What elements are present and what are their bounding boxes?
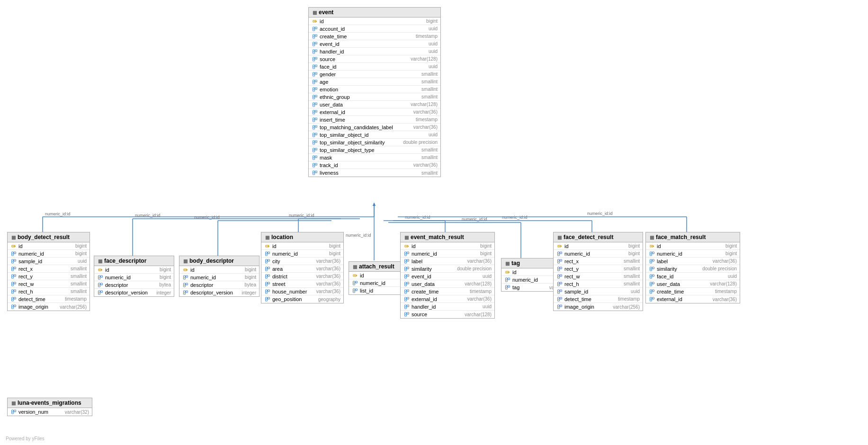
col-name: track_id: [320, 162, 410, 168]
col-name: age: [320, 79, 418, 85]
col-name: numeric_id: [18, 251, 72, 257]
pk-icon: [556, 243, 563, 249]
table-icon: ▦: [98, 258, 102, 264]
table-row: city varchar(36): [261, 258, 343, 265]
svg-point-31: [315, 20, 317, 22]
col-type: varchar(36): [316, 266, 340, 271]
fk-icon: [403, 312, 410, 317]
col-type: geography: [318, 297, 340, 302]
pk-icon: [264, 243, 271, 249]
col-type: bigint: [329, 243, 340, 249]
col-type: varchar(128): [465, 281, 492, 286]
table-row: geo_position geography: [261, 295, 343, 303]
table-row: image_origin varchar(256): [8, 303, 89, 311]
table-body-detect-result[interactable]: ▦ body_detect_result id bigint numeric_i…: [7, 232, 90, 311]
col-type: bigint: [75, 251, 87, 256]
fk-icon: [10, 266, 17, 272]
col-name: event_id: [412, 274, 479, 279]
table-title: location: [271, 234, 293, 240]
col-type: bytea: [245, 282, 256, 287]
col-name: numeric_id: [657, 251, 722, 257]
col-type: bigint: [725, 251, 737, 256]
col-type: bigint: [329, 251, 340, 256]
col-name: detect_time: [18, 296, 61, 302]
svg-text:numeric_id:id: numeric_id:id: [462, 217, 487, 222]
table-row: area varchar(36): [261, 265, 343, 273]
col-type: smallint: [71, 266, 87, 271]
table-row: external_id varchar(36): [309, 108, 440, 116]
fk-icon: [97, 275, 104, 280]
col-type: varchar(36): [467, 258, 492, 264]
col-name: similarity: [657, 266, 698, 272]
table-event[interactable]: ▦ event id bigint account_id uuid create…: [308, 7, 441, 177]
table-body-detect-result-header: ▦ body_detect_result: [8, 232, 89, 242]
table-face-match-result[interactable]: ▦ face_match_result id bigint numeric_id…: [645, 232, 740, 303]
col-name: top_similar_object_type: [320, 147, 418, 153]
col-type: bigint: [160, 267, 171, 272]
table-event-match-result-header: ▦ event_match_result: [401, 232, 494, 242]
pk-icon: [10, 243, 17, 249]
col-type: timestamp: [416, 34, 438, 39]
fk-icon: [403, 251, 410, 257]
fk-icon: [312, 140, 318, 145]
pk-icon: [403, 243, 410, 249]
col-type: timestamp: [618, 296, 640, 302]
col-type: varchar(36): [467, 296, 492, 302]
col-name: insert_time: [320, 117, 412, 123]
col-name: event_id: [320, 41, 425, 47]
table-row: top_matching_candidates_label varchar(36…: [309, 124, 440, 131]
col-type: varchar(36): [316, 258, 340, 264]
table-row: create_time timestamp: [309, 33, 440, 40]
col-name: label: [412, 258, 464, 264]
table-face-detect-result[interactable]: ▦ face_detect_result id bigint numeric_i…: [553, 232, 643, 311]
col-type: uuid: [429, 26, 438, 31]
col-type: bigint: [628, 251, 640, 256]
fk-icon: [504, 277, 511, 283]
table-title: luna-events_migrations: [18, 400, 81, 406]
table-row: rect_h smallint: [554, 280, 643, 288]
svg-point-167: [186, 269, 188, 270]
col-type: varchar(256): [613, 304, 640, 310]
table-body-descriptor[interactable]: ▦ body_descriptor id bigint numeric_id b…: [179, 256, 260, 297]
table-row: account_id uuid: [309, 25, 440, 33]
fk-icon: [352, 280, 358, 286]
table-row: id bigint: [179, 266, 259, 274]
table-row: rect_y smallint: [554, 265, 643, 273]
fk-icon: [556, 258, 563, 264]
col-name: rect_h: [564, 281, 620, 287]
col-name: user_data: [657, 281, 706, 287]
fk-icon: [556, 289, 563, 294]
col-name: create_time: [320, 34, 412, 39]
svg-text:numeric_id:id: numeric_id:id: [346, 233, 371, 238]
pk-icon: [97, 267, 104, 273]
table-event-match-result[interactable]: ▦ event_match_result id bigint numeric_i…: [400, 232, 495, 319]
table-row: numeric_id bigint: [8, 250, 89, 258]
fk-icon: [264, 266, 271, 272]
col-name: rect_y: [18, 274, 67, 279]
table-location[interactable]: ▦ location id bigint numeric_id bigint c…: [261, 232, 344, 303]
table-face-descriptor[interactable]: ▦ face_descriptor id bigint numeric_id b…: [94, 256, 174, 297]
col-type: double precision: [457, 266, 492, 271]
fk-icon: [97, 282, 104, 288]
fk-icon: [182, 275, 189, 280]
svg-point-315: [653, 245, 654, 247]
table-icon: ▦: [404, 235, 409, 240]
fk-icon: [649, 266, 655, 272]
fk-icon: [649, 274, 655, 279]
table-row: detect_time timestamp: [8, 295, 89, 303]
fk-icon: [556, 266, 563, 272]
table-luna-events-migrations[interactable]: ▦ luna-events_migrations version_num var…: [7, 398, 92, 416]
svg-text:numeric_id:id: numeric_id:id: [587, 211, 613, 216]
table-row: numeric_id bigint: [646, 250, 740, 258]
table-row: emotion smallint: [309, 86, 440, 93]
fk-icon: [649, 281, 655, 287]
col-type: smallint: [624, 258, 640, 264]
table-body-descriptor-header: ▦ body_descriptor: [179, 256, 259, 266]
table-face-descriptor-header: ▦ face_descriptor: [94, 256, 174, 266]
col-name: image_origin: [564, 304, 609, 310]
table-row: numeric_id bigint: [401, 250, 494, 258]
col-name: liveness: [320, 170, 418, 176]
col-name: user_data: [320, 102, 407, 107]
col-name: id: [657, 243, 722, 249]
col-type: smallint: [421, 71, 438, 77]
